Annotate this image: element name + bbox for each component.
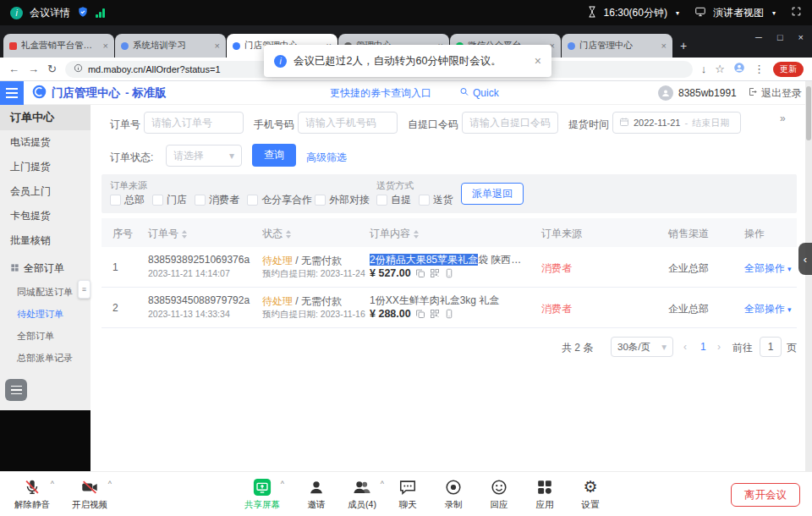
- phone-icon[interactable]: [444, 268, 454, 278]
- menu-icon[interactable]: [0, 81, 24, 105]
- copy-icon[interactable]: [415, 268, 425, 278]
- pickup-code-input[interactable]: [462, 112, 558, 134]
- sidebar-item-card-pickup[interactable]: 卡包提货: [0, 204, 91, 228]
- view-mode-label[interactable]: 演讲者视图: [713, 6, 764, 20]
- checkbox-store[interactable]: 门店: [152, 193, 187, 207]
- date-range-picker[interactable]: 2022-11-21 - 结束日期: [612, 112, 741, 134]
- sidebar-item-member-visit[interactable]: 会员上门: [0, 179, 91, 204]
- pagination-page-1[interactable]: 1: [700, 341, 706, 353]
- tab-close-icon[interactable]: ×: [661, 41, 667, 51]
- page-size-value: 30条/页: [617, 341, 650, 354]
- page-size-select[interactable]: 30条/页 ▾: [611, 337, 673, 357]
- sidebar-item-all-orders[interactable]: 全部订单: [0, 325, 91, 347]
- members-button[interactable]: 成员(4) ^: [337, 478, 387, 511]
- row-action-dropdown[interactable]: 全部操作▾: [744, 302, 792, 316]
- checkbox-consumer[interactable]: 消费者: [195, 193, 239, 207]
- checkbox-warehouse-share[interactable]: 仓分享合作: [247, 193, 312, 207]
- user-account[interactable]: 8385wb1991: [658, 85, 737, 101]
- checkbox-headquarters[interactable]: 总部: [110, 193, 145, 207]
- order-no-input[interactable]: [144, 112, 244, 134]
- sort-icon[interactable]: [414, 230, 419, 239]
- download-icon[interactable]: ↓: [701, 63, 707, 75]
- browser-tab[interactable]: 礼盒营销平台管理中心 ×: [3, 34, 114, 58]
- caret-up-icon[interactable]: ^: [108, 480, 112, 488]
- collapse-chevrons-icon[interactable]: »: [780, 113, 786, 124]
- settings-button[interactable]: ⚙ 设置: [565, 478, 616, 511]
- maximize-icon[interactable]: □: [777, 32, 783, 42]
- row-action-dropdown[interactable]: 全部操作▾: [744, 261, 792, 276]
- qrcode-icon[interactable]: [430, 309, 440, 319]
- sidebar-collapse-handle[interactable]: ≡: [78, 280, 91, 299]
- page-info-icon[interactable]: [74, 63, 83, 74]
- search-button[interactable]: 查询: [252, 144, 296, 167]
- col-content[interactable]: 订单内容: [370, 227, 419, 241]
- caret-up-icon[interactable]: ^: [281, 480, 284, 488]
- fullscreen-icon[interactable]: [791, 6, 802, 19]
- dispatch-return-button[interactable]: 派单退回: [461, 183, 524, 205]
- start-video-button[interactable]: 开启视频 ^: [64, 478, 115, 511]
- logout-button[interactable]: 退出登录: [748, 85, 802, 100]
- page-scrollbar[interactable]: [805, 81, 812, 471]
- checkbox-delivery[interactable]: 送货: [419, 193, 453, 207]
- forward-icon[interactable]: →: [28, 63, 39, 75]
- pagination-prev[interactable]: ‹: [683, 341, 687, 353]
- right-drawer-handle[interactable]: ‹: [798, 243, 812, 275]
- tab-close-icon[interactable]: ×: [103, 41, 108, 51]
- phone-input[interactable]: [298, 112, 398, 134]
- refresh-icon[interactable]: ↻: [47, 63, 57, 75]
- sidebar-item-city-delivery[interactable]: 同城配送订单: [0, 281, 91, 303]
- col-status[interactable]: 状态: [262, 227, 291, 241]
- profile-icon[interactable]: [733, 62, 745, 76]
- sidebar-item-pending-orders[interactable]: 待处理订单: [0, 303, 91, 325]
- sidebar-item-phone-pickup[interactable]: 电话提货: [0, 130, 91, 155]
- scrollbar-thumb[interactable]: [806, 86, 811, 140]
- sidebar-item-hq-dispatch-records[interactable]: 总部派单记录: [0, 347, 91, 369]
- browser-menu-icon[interactable]: ⋮: [754, 63, 765, 75]
- close-icon[interactable]: ×: [798, 32, 804, 42]
- view-mode-caret-icon[interactable]: ▾: [772, 9, 776, 17]
- sort-icon[interactable]: [182, 230, 187, 239]
- share-screen-button[interactable]: 共享屏幕 ^: [237, 478, 288, 511]
- minimize-icon[interactable]: ─: [755, 32, 762, 42]
- checkbox-self-pickup[interactable]: 自提: [376, 193, 411, 207]
- unmute-button[interactable]: 解除静音 ^: [7, 478, 58, 511]
- table-row[interactable]: 1 83859389251069376a 2023-11-21 14:14:07…: [102, 247, 797, 288]
- sidebar-group-all-orders[interactable]: 全部订单: [0, 256, 91, 281]
- phone-icon[interactable]: [444, 309, 454, 319]
- pagination-next[interactable]: ›: [717, 341, 721, 353]
- meeting-timer[interactable]: 16:30(60分钟): [604, 6, 667, 20]
- copy-icon[interactable]: [415, 309, 425, 319]
- browser-update-badge[interactable]: 更新: [773, 62, 804, 77]
- caret-up-icon[interactable]: ^: [51, 480, 54, 488]
- goto-page-input[interactable]: [760, 337, 782, 357]
- reaction-button[interactable]: 回应: [474, 478, 524, 511]
- advanced-filter-link[interactable]: 高级筛选: [306, 151, 347, 165]
- order-status-select[interactable]: 请选择 ▾: [166, 145, 242, 167]
- col-order-no[interactable]: 订单号: [148, 227, 187, 241]
- star-icon[interactable]: ☆: [715, 63, 725, 75]
- meeting-info-group[interactable]: i 会议详情: [10, 6, 105, 20]
- back-icon[interactable]: ←: [8, 63, 19, 75]
- logout-icon: [748, 86, 758, 99]
- timer-caret-icon[interactable]: ▾: [676, 9, 679, 17]
- new-tab-icon[interactable]: +: [680, 39, 687, 52]
- tab-close-icon[interactable]: ×: [215, 41, 220, 51]
- quick-search[interactable]: Quick: [459, 86, 499, 99]
- chat-button[interactable]: 聊天: [382, 478, 433, 511]
- toast-close-icon[interactable]: ×: [535, 54, 541, 68]
- feedback-widget-icon[interactable]: [5, 379, 27, 401]
- table-row[interactable]: 2 83859345088979792a 2023-11-13 14:33:34…: [102, 288, 797, 328]
- sidebar-item-batch-verify[interactable]: 批量核销: [0, 228, 91, 253]
- record-button[interactable]: 录制: [428, 478, 479, 511]
- browser-tab[interactable]: 门店管理中心 ×: [562, 34, 672, 58]
- sort-icon[interactable]: [286, 230, 291, 239]
- meeting-info-icon[interactable]: i: [10, 7, 23, 19]
- sidebar-item-door-pickup[interactable]: 上门提货: [0, 155, 91, 179]
- qrcode-icon[interactable]: [430, 268, 440, 278]
- browser-tab[interactable]: 系统培训学习 ×: [115, 34, 226, 58]
- leave-meeting-button[interactable]: 离开会议: [731, 483, 800, 507]
- invite-button[interactable]: 邀请: [291, 478, 342, 511]
- checkbox-external[interactable]: 外部对接: [315, 193, 370, 207]
- coupon-query-link[interactable]: 更快捷的券卡查询入口: [330, 85, 431, 100]
- apps-button[interactable]: 应用: [519, 478, 570, 511]
